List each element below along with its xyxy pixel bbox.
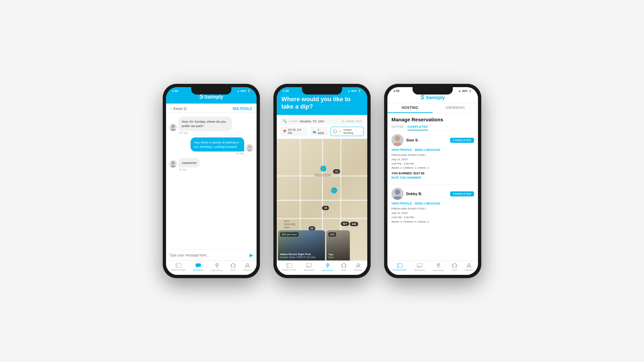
area-label: WestUniversityPlace — [284, 220, 296, 229]
find-pool-icon-3 — [436, 263, 440, 269]
svg-point-3 — [247, 149, 252, 152]
nav-messages-3[interactable]: MESSAGES — [415, 263, 425, 271]
phone1-bottom-nav: RESERVATIONS MESSAGES FIND A POOL HOST — [166, 260, 257, 275]
res-1-header: Sion S. COMPLETED — [391, 134, 474, 146]
res-2-date: July 14, 2019 — [391, 211, 474, 216]
see-pools-link[interactable]: SEE POOLS — [232, 107, 252, 111]
nav-find-pool-1[interactable]: FIND A POOL — [211, 263, 223, 272]
location-value: Houston, TX, USA — [300, 120, 324, 123]
tab-hosting[interactable]: HOSTING — [387, 103, 433, 113]
send-icon[interactable]: ▶ — [250, 252, 253, 258]
nav-find-pool-3[interactable]: FIND A POOL — [433, 263, 444, 272]
svg-marker-22 — [341, 263, 346, 268]
phone2-title: Where would you like to take a dip? — [281, 96, 363, 110]
dates-value: Jul 18, 2-6 PM — [288, 128, 305, 135]
dates-filter[interactable]: 📅 Jul 18, 2-6 PM — [280, 127, 308, 136]
chat-bubble-received-1: Hey! On Sunday, where do you prefer we p… — [178, 117, 232, 131]
svg-point-5 — [170, 165, 176, 168]
host-icon-3 — [452, 263, 457, 268]
view-profile-2[interactable]: VIEW PROFILE — [391, 202, 412, 205]
phone2-bottom-nav: RESERVATIONS MESSAGES FIND A POOL HOST — [277, 260, 367, 275]
res-1-details: FRESH AND SUNNY POOL! July 14, 2019 3:00… — [391, 153, 474, 170]
svg-rect-6 — [176, 263, 181, 267]
subtab-active[interactable]: ACTIVE — [391, 125, 404, 130]
reservations-icon-3 — [397, 263, 402, 268]
map-pin-1[interactable]: 🏊 — [320, 166, 326, 172]
highway-45-badge: 45 — [322, 206, 329, 210]
nav-profile-3[interactable]: PROFILE — [465, 263, 473, 271]
reservation-2: Debby B. COMPLETED VIEW PROFILE SEND A M… — [391, 188, 474, 224]
send-message-2[interactable]: SEND A MESSAGE — [415, 202, 440, 205]
location-row[interactable]: 🔍 Location Houston, TX, USA ⛅ Clouds, 93… — [280, 118, 364, 125]
message-input[interactable] — [169, 253, 248, 257]
nav-host-2[interactable]: HOST — [341, 263, 346, 271]
phone3-main-tabs: HOSTING SWIMMING — [387, 103, 478, 113]
nav-reservations-2[interactable]: RESERVATIONS — [282, 263, 296, 271]
res-2-avatar — [391, 188, 404, 200]
res-1-actions: VIEW PROFILE SEND A MESSAGE — [391, 148, 474, 152]
subtab-completed[interactable]: COMPLETED — [408, 125, 428, 130]
nav-reservations-1[interactable]: RESERVATIONS — [171, 263, 185, 271]
res-1-date: July 14, 2019 — [391, 158, 474, 162]
location-icon: 🔍 — [283, 119, 287, 123]
nav-messages-2[interactable]: MESSAGES — [304, 263, 314, 271]
svg-point-24 — [395, 136, 400, 141]
nav-messages-1[interactable]: MESSAGES — [193, 263, 204, 271]
chat-input-bar: ▶ — [166, 249, 257, 260]
page-title: Manage Reservations — [391, 117, 474, 122]
res-1-pool-name: FRESH AND SUNNY POOL! — [391, 153, 474, 158]
logo-s-icon: S — [421, 94, 425, 101]
nav-profile-1[interactable]: PROFILE — [244, 263, 252, 271]
phone2-time: 1:32 — [283, 89, 289, 93]
nav-reservations-3[interactable]: RESERVATIONS — [393, 263, 407, 271]
nav-profile-2[interactable]: PROFILE — [354, 263, 362, 271]
pool-card-2[interactable]: $35 The Hous — [326, 230, 350, 260]
pool-card-2-img: $35 The Hous — [326, 230, 350, 260]
phone3-time: 1:32 — [393, 89, 399, 93]
nav-find-pool-2[interactable]: FIND A POOL — [322, 263, 333, 272]
send-message-1[interactable]: SEND A MESSAGE — [415, 148, 440, 152]
map-pin-2[interactable]: 🏊 — [331, 187, 337, 193]
pool-card-1-name: Italian Resort Style Pool — [280, 253, 323, 256]
pool-card-2-loc-text: Hous — [328, 256, 333, 258]
svg-point-36 — [468, 264, 470, 266]
messages-icon-2 — [306, 263, 312, 268]
weather-value: Clouds, 93 F — [346, 120, 361, 123]
res-2-status: COMPLETED — [450, 191, 474, 196]
phone1-back-bar[interactable]: ‹ Kevin G. SEE POOLS — [166, 104, 257, 113]
avatar-self-1 — [246, 144, 253, 152]
host-icon — [230, 263, 236, 268]
instant-booking-toggle[interactable]: ⚡ Instant Booking — [330, 127, 364, 136]
chat-time-3: 8m ago — [179, 168, 186, 171]
chat-time-2: 8m ago — [236, 152, 244, 155]
pool-card-1[interactable]: $50 per hour Italian Resort Style Pool H… — [278, 230, 325, 260]
view-profile-1[interactable]: VIEW PROFILE — [391, 148, 412, 152]
phone3-logo-text: Swimply — [426, 95, 445, 100]
calendar-icon: 📅 — [283, 130, 286, 133]
reservations-content: Manage Reservations ACTIVE COMPLETED Sio… — [387, 113, 478, 260]
res-2-details: FRESH AND SUNNY POOL! July 14, 2019 1:00… — [391, 207, 474, 224]
res-1-name: Sion S. — [406, 138, 447, 142]
map-city-label: Houston — [315, 173, 331, 178]
svg-rect-30 — [417, 263, 422, 267]
nav-host-1[interactable]: HOST — [230, 263, 236, 271]
highway-288-badge: 288 — [350, 222, 358, 226]
res-2-header: Debby B. COMPLETED — [391, 188, 474, 200]
res-2-guests: Adults: 4, Children: 0, Infants: 0 — [391, 220, 474, 224]
res-1-time: 3:00 PM - 6:00 PM — [391, 162, 474, 166]
rate-swimmer-1[interactable]: RATE THIS SWIMMER — [391, 176, 474, 179]
res-2-time: 1:00 PM - 3:00 PM — [391, 216, 474, 220]
svg-marker-35 — [452, 263, 457, 268]
tab-swimming[interactable]: SWIMMING — [433, 103, 478, 113]
back-arrow: ‹ — [171, 106, 172, 111]
phone3-status-icons: ▲ WiFi 🔋 — [458, 89, 472, 93]
swimmers-filter[interactable]: 🏊 1 adult — [310, 127, 328, 136]
svg-point-20 — [327, 264, 328, 265]
instant-booking-checkbox[interactable] — [333, 130, 337, 133]
svg-point-11 — [216, 264, 217, 265]
svg-rect-8 — [196, 263, 201, 267]
pool-card-2-loc: Hous — [328, 256, 348, 258]
message-1: Hey! On Sunday, where do you prefer we p… — [169, 117, 253, 134]
phone-1: 1:32 ▲ WiFi 🔋 S Swimply ‹ Kevin G. SEE P… — [163, 84, 260, 278]
nav-host-3[interactable]: HOST — [452, 263, 457, 271]
